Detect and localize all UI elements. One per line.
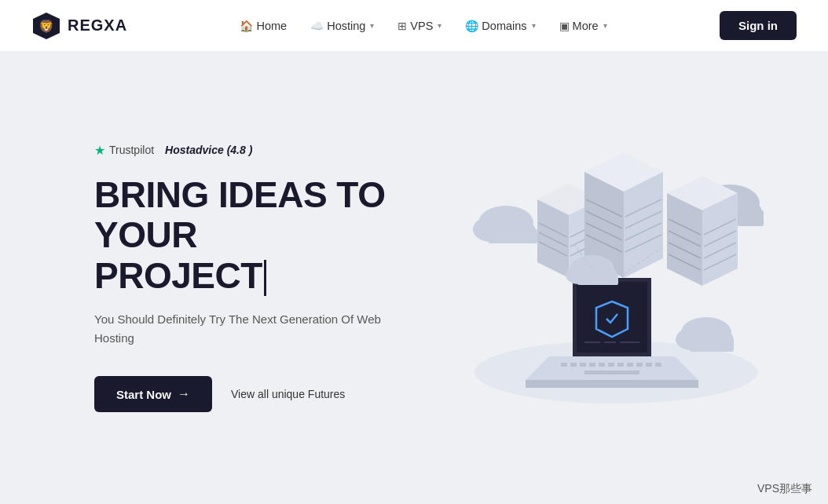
svg-rect-65 bbox=[584, 371, 639, 374]
arrow-icon: → bbox=[178, 387, 190, 401]
svg-rect-69 bbox=[577, 275, 618, 285]
logo-text: REGXA bbox=[68, 16, 127, 35]
svg-rect-59 bbox=[608, 363, 614, 367]
cursor-blink bbox=[264, 260, 266, 296]
trust-row: ★ Trustpilot Hostadvice (4.8 ) bbox=[94, 143, 471, 158]
svg-marker-52 bbox=[526, 356, 698, 380]
svg-rect-6 bbox=[489, 229, 537, 243]
hosting-icon: ☁️ bbox=[310, 20, 324, 32]
vps-chevron: ▾ bbox=[438, 21, 441, 30]
hero-title: BRING IDEAS TO YOUR PROJECT bbox=[94, 175, 471, 297]
server-illustration bbox=[435, 121, 797, 435]
vps-icon: ⊞ bbox=[398, 20, 407, 32]
nav-home[interactable]: 🏠 Home bbox=[230, 15, 296, 37]
hero-subtitle: You Should Definitely Try The Next Gener… bbox=[94, 310, 393, 348]
view-futures-link[interactable]: View all unique Futures bbox=[231, 388, 345, 400]
watermark: VPS那些事 bbox=[757, 482, 812, 496]
nav-vps[interactable]: ⊞ VPS ▾ bbox=[388, 15, 451, 37]
hero-section: ★ Trustpilot Hostadvice (4.8 ) BRING IDE… bbox=[0, 51, 828, 504]
domains-chevron: ▾ bbox=[532, 21, 536, 30]
svg-rect-60 bbox=[617, 363, 624, 367]
more-chevron: ▾ bbox=[603, 21, 607, 30]
svg-text:🦁: 🦁 bbox=[38, 19, 54, 34]
navbar: 🦁 REGXA 🏠 Home ☁️ Hosting ▾ ⊞ VPS ▾ 🌐 Do… bbox=[0, 0, 828, 51]
svg-rect-57 bbox=[589, 363, 595, 367]
svg-rect-58 bbox=[599, 363, 605, 367]
signin-button[interactable]: Sign in bbox=[720, 11, 797, 40]
svg-rect-61 bbox=[627, 363, 633, 367]
hero-illustration bbox=[435, 121, 797, 435]
home-icon: 🏠 bbox=[240, 20, 253, 32]
hero-actions: Start Now → View all unique Futures bbox=[94, 376, 471, 412]
nav-more[interactable]: ▣ More ▾ bbox=[550, 15, 617, 37]
logo-icon: 🦁 bbox=[31, 11, 61, 41]
nav-hosting[interactable]: ☁️ Hosting ▾ bbox=[301, 15, 383, 37]
hero-content: ★ Trustpilot Hostadvice (4.8 ) BRING IDE… bbox=[94, 143, 471, 413]
domains-icon: 🌐 bbox=[465, 20, 478, 32]
svg-rect-55 bbox=[570, 363, 577, 367]
svg-rect-56 bbox=[580, 363, 586, 367]
nav-domains[interactable]: 🌐 Domains ▾ bbox=[456, 15, 544, 37]
svg-rect-14 bbox=[690, 339, 734, 352]
trustpilot-badge: ★ Trustpilot bbox=[94, 143, 154, 158]
more-icon: ▣ bbox=[559, 20, 570, 32]
svg-rect-64 bbox=[655, 363, 661, 367]
svg-marker-53 bbox=[526, 380, 698, 388]
svg-rect-54 bbox=[561, 363, 567, 367]
svg-rect-63 bbox=[646, 363, 652, 367]
hostadvice-badge: Hostadvice (4.8 ) bbox=[165, 144, 252, 156]
star-icon: ★ bbox=[94, 143, 105, 158]
svg-rect-62 bbox=[636, 363, 643, 367]
start-now-button[interactable]: Start Now → bbox=[94, 376, 212, 412]
hosting-chevron: ▾ bbox=[370, 21, 374, 30]
nav-links: 🏠 Home ☁️ Hosting ▾ ⊞ VPS ▾ 🌐 Domains ▾ … bbox=[230, 15, 616, 37]
logo[interactable]: 🦁 REGXA bbox=[31, 11, 127, 41]
